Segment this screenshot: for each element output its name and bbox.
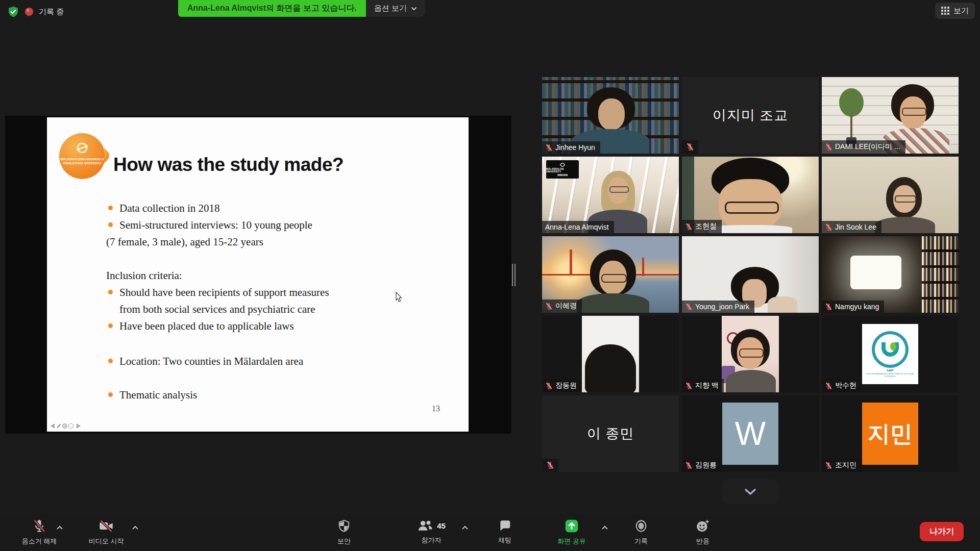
muted-mic-icon — [546, 461, 554, 469]
chat-label: 채팅 — [498, 536, 511, 545]
participant-name: 장동원 — [555, 381, 577, 390]
muted-mic-icon — [825, 303, 832, 311]
mic-options-chevron[interactable] — [56, 525, 63, 530]
slide-bullet: Location: Two counties in Mälardalen are… — [119, 355, 303, 368]
slide-bullet: Semi-structured interviews: 10 young peo… — [119, 219, 312, 232]
slide-bullet: Data collection in 2018 — [119, 202, 220, 215]
participant-name: Jin Sook Lee — [835, 223, 876, 231]
participant-name: Namgyu kang — [835, 303, 879, 311]
muted-mic-icon — [825, 223, 832, 231]
zoom-meeting-window: 기록 중 Anna-Lena Almqvist의 화면을 보고 있습니다. 옵션… — [0, 0, 980, 551]
chat-icon — [498, 519, 512, 532]
muted-mic-icon — [685, 223, 693, 231]
bullet-dot — [108, 392, 113, 397]
bridge-tower — [570, 249, 572, 275]
glasses — [609, 186, 629, 193]
participant-tile[interactable]: 장동원 — [542, 316, 679, 392]
participant-tile[interactable]: 이혜령 — [542, 236, 679, 313]
participant-nameplate: 조현철 — [682, 220, 722, 233]
participant-nameplate: 김원룡 — [682, 459, 722, 472]
muted-mic-icon — [825, 462, 832, 469]
share-screen-button[interactable]: 화면 공유 — [544, 519, 600, 546]
participant-name: Jinhee Hyun — [555, 143, 595, 152]
slide-page-number: 13 — [432, 404, 440, 413]
participants-label: 참가자 — [422, 536, 442, 545]
participant-tile[interactable]: 조현철 — [682, 157, 819, 233]
banner-text: Anna-Lena Almqvist의 화면을 보고 있습니다. — [178, 0, 366, 17]
leave-meeting-button[interactable]: 나가기 — [920, 522, 964, 541]
participant-tile[interactable]: 1967 GYEONGSANGBUKDO ASSOCIATION OF SOCI… — [822, 316, 959, 392]
muted-mic-icon — [685, 462, 693, 469]
reactions-button[interactable]: 반응 — [675, 519, 731, 546]
participants-button[interactable]: 45 참가자 — [398, 519, 464, 545]
participant-name: 조현철 — [695, 222, 717, 231]
start-video-button[interactable]: 비디오 시작 — [78, 519, 134, 546]
participant-nameplate: 장동원 — [542, 379, 582, 392]
screen-share-banner: Anna-Lena Almqvist의 화면을 보고 있습니다. 옵션 보기 — [178, 0, 425, 17]
unmute-button[interactable]: 음소거 해제 — [11, 519, 67, 546]
annotate-icon — [62, 423, 67, 428]
muted-mic-icon — [825, 382, 832, 390]
record-button[interactable]: 기록 — [613, 519, 669, 546]
slide-bullet-continuation: (7 female, 3 male), aged 15-22 years — [106, 236, 263, 248]
participant-display-name: 이 종민 — [542, 395, 679, 472]
bullet-dot — [108, 222, 113, 227]
participant-nameplate — [682, 140, 698, 154]
bookshelf — [922, 236, 959, 313]
view-options-button[interactable]: 옵션 보기 — [366, 0, 425, 17]
participant-name: DAMI LEE(이다미 ... — [835, 142, 900, 152]
participant-tile[interactable]: W 김원룡 — [682, 395, 819, 472]
participant-tile[interactable]: Young_joon Park — [682, 236, 819, 313]
bullet-dot — [108, 290, 113, 294]
glasses — [739, 348, 764, 358]
panel-resize-handle[interactable] — [512, 264, 517, 286]
participant-tile[interactable]: Jin Sook Lee — [822, 157, 959, 233]
participant-tile[interactable]: DAMI LEE(이다미 ... — [822, 77, 959, 154]
participant-tile[interactable]: 이 종민 — [542, 395, 679, 472]
participant-name: 조지민 — [835, 461, 856, 470]
glasses — [895, 195, 916, 203]
participant-tile[interactable]: 지향 백 — [682, 316, 819, 392]
shared-screen-region: MÄLARDALENS HÖGSKOLA ESKILSTUNA VÄSTERÅS… — [5, 116, 511, 434]
reactions-label: 반응 — [696, 537, 709, 546]
bridge-tower — [642, 258, 644, 276]
avatar-text: 지민 — [868, 419, 913, 449]
prev-slide-icon — [51, 423, 55, 429]
collapse-participants-button[interactable] — [722, 480, 779, 504]
participant-nameplate: Jin Sook Lee — [822, 221, 881, 233]
video-options-chevron[interactable] — [132, 525, 139, 530]
participant-nameplate: 박수현 — [822, 379, 862, 392]
participant-name: 김원룡 — [695, 461, 717, 470]
view-button[interactable]: 보기 — [935, 3, 975, 19]
security-label: 보안 — [337, 537, 351, 546]
muted-mic-icon — [545, 382, 553, 390]
emblem-text: GYEONGSANGBUKDO ASSOCIATION OF SOCIAL WO… — [865, 372, 916, 378]
participant-tile[interactable]: Jinhee Hyun — [542, 77, 679, 154]
presentation-slide: MÄLARDALENS HÖGSKOLA ESKILSTUNA VÄSTERÅS… — [47, 117, 469, 432]
participants-options-chevron[interactable] — [461, 525, 469, 530]
participant-nameplate: Namgyu kang — [822, 300, 884, 313]
glasses — [725, 202, 779, 214]
security-button[interactable]: 보안 — [316, 519, 372, 546]
participant-tile[interactable]: 이지미 조교 — [682, 77, 819, 154]
participant-display-name: 이지미 조교 — [682, 77, 819, 154]
participant-tile[interactable]: 지민 조지민 — [822, 395, 959, 472]
record-dot-icon — [24, 7, 34, 16]
slide-bullet: Thematic analysis — [119, 389, 197, 402]
participants-icon — [417, 519, 433, 532]
slide-title: How was the study made? — [113, 154, 344, 176]
share-screen-label: 화면 공유 — [557, 537, 586, 546]
share-options-chevron[interactable] — [601, 525, 608, 530]
participant-tile-active-speaker[interactable]: MÄLARDALEN UNIVERSITY SWEDEN Anna-Lena A… — [542, 157, 679, 233]
chat-button[interactable]: 채팅 — [477, 519, 533, 545]
participant-nameplate: Anna-Lena Almqvist — [542, 221, 614, 233]
bullet-dot — [108, 359, 113, 363]
slide-bullet: Have been placed due to applicable laws — [119, 320, 294, 333]
chevron-down-icon — [411, 7, 417, 11]
slide-section-heading: Inclusion criteria: — [106, 269, 182, 282]
meeting-toolbar: 음소거 해제 비디오 시작 보안 45 참가자 채팅 화면 공유 — [0, 514, 980, 551]
menu-circle-icon — [68, 423, 73, 428]
participant-name: 지향 백 — [695, 381, 719, 390]
participant-tile[interactable]: Namgyu kang — [822, 236, 959, 313]
recording-indicator: 기록 중 — [7, 6, 64, 18]
